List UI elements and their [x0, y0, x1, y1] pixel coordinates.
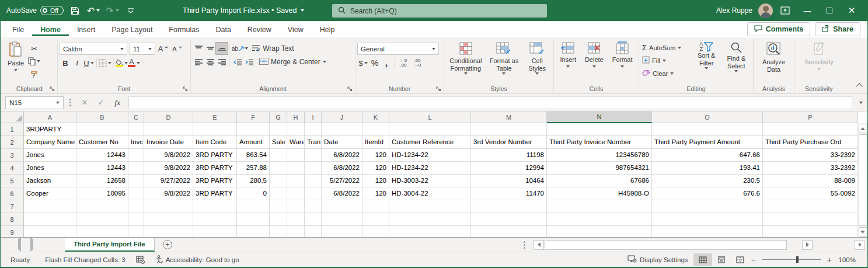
cell-F2[interactable]: Amount	[237, 136, 270, 149]
sheet-tab-active[interactable]: Third Party Import File	[65, 238, 155, 252]
cell-H7[interactable]	[287, 200, 305, 213]
display-settings-button[interactable]: Display Settings	[622, 255, 693, 264]
cell-O1[interactable]	[652, 123, 763, 136]
cell-H9[interactable]	[287, 226, 305, 237]
copy-button[interactable]	[28, 55, 40, 67]
cell-G9[interactable]	[270, 226, 287, 237]
conditional-formatting-button[interactable]: Conditional Formatting	[447, 40, 484, 75]
tab-split-grip[interactable]	[524, 244, 525, 246]
share-button[interactable]: Share	[815, 22, 860, 36]
cell-O5[interactable]: 230.5	[652, 175, 763, 187]
fill-button[interactable]: Fill	[641, 54, 692, 67]
cell-M2[interactable]: 3rd Vendor Number	[471, 136, 547, 149]
cell-L4[interactable]: HD-1234-22	[389, 162, 471, 175]
italic-button[interactable]: I	[71, 57, 83, 69]
font-size-select[interactable]: 11	[130, 43, 155, 55]
cell-C6[interactable]	[128, 187, 144, 200]
cell-D6[interactable]: 9/8/2022	[144, 187, 193, 200]
cell-M6[interactable]: 11470	[471, 187, 547, 200]
analyze-data-button[interactable]: Analyze Data	[758, 40, 790, 74]
cell-M8[interactable]	[471, 213, 547, 226]
cell-N9[interactable]	[547, 226, 652, 237]
format-as-table-button[interactable]: Format as Table	[486, 40, 521, 75]
cell-E3[interactable]: 3RD PARTY	[193, 149, 237, 162]
column-header-K[interactable]: K	[362, 112, 389, 123]
cell-C2[interactable]: Invc	[128, 136, 144, 149]
flash-fill-options-icon[interactable]	[131, 252, 150, 267]
autosave-toggle[interactable]: AutoSave Off	[6, 6, 64, 15]
cell-E5[interactable]: 3RD PARTY	[193, 175, 237, 187]
cell-I6[interactable]	[305, 187, 322, 200]
borders-button[interactable]	[99, 57, 111, 69]
align-left-button[interactable]	[193, 56, 204, 68]
cell-H6[interactable]	[287, 187, 305, 200]
delete-dropdown-icon[interactable]	[592, 65, 596, 68]
cell-F4[interactable]: 257.88	[237, 162, 270, 175]
cell-J7[interactable]	[322, 200, 362, 213]
column-header-N[interactable]: N	[547, 112, 652, 123]
cell-F5[interactable]: 280.5	[237, 175, 270, 187]
cell-K6[interactable]: 120	[362, 187, 389, 200]
row-header-8[interactable]: 8	[1, 213, 24, 226]
cell-I9[interactable]	[305, 226, 322, 237]
user-name[interactable]: Alex Ruppe	[716, 6, 752, 15]
cell-J2[interactable]: Date	[322, 136, 362, 149]
user-avatar[interactable]	[758, 4, 773, 18]
cell-A3[interactable]: Jones	[24, 149, 76, 162]
cell-styles-button[interactable]: Cell Styles	[524, 40, 550, 75]
font-color-dropdown-icon[interactable]	[137, 62, 140, 64]
cell-I4[interactable]	[305, 162, 322, 175]
orientation-dropdown-icon[interactable]	[245, 47, 248, 50]
decrease-font-size-button[interactable]: A	[172, 43, 183, 55]
cell-L2[interactable]: Customer Reference	[389, 136, 471, 149]
vertical-scrollbar[interactable]	[857, 123, 867, 237]
cell-J9[interactable]	[322, 226, 362, 237]
cell-D3[interactable]: 9/8/2022	[144, 149, 193, 162]
cell-D8[interactable]	[144, 213, 193, 226]
cell-B7[interactable]	[76, 200, 128, 213]
sort-filter-button[interactable]: AZ Sort & Filter	[692, 40, 721, 69]
orientation-button[interactable]: ab	[232, 43, 248, 54]
redo-button[interactable]: ↷	[106, 4, 118, 18]
name-box-dropdown-icon[interactable]	[56, 102, 60, 104]
cell-N5[interactable]: 67686	[547, 175, 652, 187]
cell-E8[interactable]	[193, 213, 237, 226]
ribbon-tab-file[interactable]: File	[4, 23, 32, 36]
number-format-select[interactable]: General	[357, 43, 439, 55]
expand-formula-bar-icon[interactable]	[856, 102, 866, 104]
cell-K7[interactable]	[362, 200, 389, 213]
ribbon-tab-formulas[interactable]: Formulas	[161, 23, 207, 36]
insert-cells-button[interactable]: Insert	[559, 40, 577, 68]
font-name-select[interactable]: Calibri	[60, 43, 127, 55]
column-header-D[interactable]: D	[144, 112, 193, 123]
horizontal-scrollbar[interactable]	[521, 238, 867, 252]
paste-button[interactable]: Paste	[4, 40, 28, 71]
enter-button[interactable]: ✓	[93, 96, 109, 109]
row-header-6[interactable]: 6	[1, 187, 24, 200]
cell-E7[interactable]	[193, 200, 237, 213]
cell-H5[interactable]	[287, 175, 305, 187]
cell-A6[interactable]: Cooper	[24, 187, 76, 200]
merge-center-dropdown-icon[interactable]	[323, 61, 326, 63]
cell-M1[interactable]	[471, 123, 547, 136]
cell-I2[interactable]: Tran	[305, 136, 322, 149]
cell-E1[interactable]	[193, 123, 237, 136]
cell-P5[interactable]: 88-009	[763, 175, 858, 187]
font-color-button[interactable]: A	[128, 57, 140, 69]
zoom-slider[interactable]	[762, 259, 821, 260]
cell-L5[interactable]: HD-3003-22	[389, 175, 471, 187]
cell-C4[interactable]	[128, 162, 144, 175]
accounting-dropdown-icon[interactable]	[364, 62, 368, 64]
cell-C7[interactable]	[128, 200, 144, 213]
row-header-5[interactable]: 5	[1, 175, 24, 187]
cell-A5[interactable]: Jackson	[24, 175, 76, 187]
bottom-align-button[interactable]	[216, 43, 228, 54]
column-header-H[interactable]: H	[287, 112, 305, 123]
cell-M7[interactable]	[471, 200, 547, 213]
new-sheet-button[interactable]: +	[163, 240, 172, 249]
column-header-G[interactable]: G	[270, 112, 287, 123]
cell-J3[interactable]: 6/8/2022	[322, 149, 362, 162]
scroll-right-end-icon[interactable]	[855, 240, 865, 250]
cell-F3[interactable]: 863.54	[237, 149, 270, 162]
cell-G3[interactable]	[270, 149, 287, 162]
